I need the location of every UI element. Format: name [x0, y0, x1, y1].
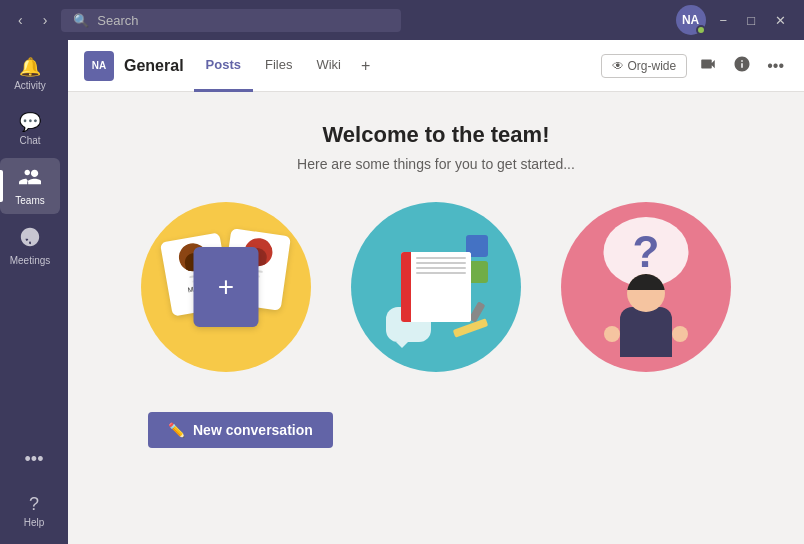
sidebar-item-label: Chat: [19, 135, 40, 146]
titlebar: ‹ › 🔍 NA − □ ✕: [0, 0, 804, 40]
org-wide-button[interactable]: 👁 Org-wide: [601, 54, 688, 78]
search-icon: 🔍: [73, 13, 89, 28]
help-icon: ?: [29, 494, 39, 515]
notebook-line: [416, 272, 466, 274]
channel-badge: NA: [84, 51, 114, 81]
back-button[interactable]: ‹: [12, 10, 29, 30]
sidebar-item-label: Teams: [15, 195, 44, 206]
channel-header: NA General Posts Files Wiki +: [68, 40, 804, 92]
welcome-title: Welcome to the team!: [323, 122, 550, 148]
channel-name: General: [124, 57, 184, 75]
add-tab-button[interactable]: +: [353, 57, 378, 75]
avatar-wrap: NA: [676, 5, 706, 35]
sidebar: 🔔 Activity 💬 Chat Teams: [0, 40, 68, 544]
tab-posts[interactable]: Posts: [194, 40, 253, 92]
notebook-line: [416, 267, 466, 269]
more-options-button[interactable]: •••: [763, 53, 788, 79]
notebook: [401, 252, 471, 322]
new-conversation-button[interactable]: ✏️ New conversation: [148, 412, 333, 448]
person-head: [627, 274, 665, 312]
edit-icon: ✏️: [168, 422, 185, 438]
maximize-button[interactable]: □: [741, 11, 761, 30]
sidebar-item-label: Activity: [14, 80, 46, 91]
illustration-question: ?: [561, 202, 731, 372]
channel-header-right: 👁 Org-wide •••: [601, 51, 789, 81]
avatar-status-badge: [696, 25, 706, 35]
sidebar-item-label: Meetings: [10, 255, 51, 266]
notebook-line: [416, 257, 466, 259]
eye-icon: 👁: [612, 59, 624, 73]
search-input[interactable]: [97, 13, 389, 28]
tab-wiki[interactable]: Wiki: [304, 40, 353, 92]
person-body: [620, 307, 672, 357]
minimize-button[interactable]: −: [714, 11, 734, 30]
forward-button[interactable]: ›: [37, 10, 54, 30]
chat-icon: 💬: [19, 111, 41, 133]
app-body: 🔔 Activity 💬 Chat Teams: [0, 40, 804, 544]
search-bar: 🔍: [61, 9, 401, 32]
question-mark: ?: [633, 227, 660, 277]
hand-left: [604, 326, 620, 342]
teams-icon: [19, 166, 41, 193]
sidebar-item-label: Help: [24, 517, 45, 528]
tab-files[interactable]: Files: [253, 40, 304, 92]
more-options[interactable]: •••: [17, 441, 52, 478]
plus-icon: +: [218, 271, 234, 303]
illustration-people: Marine Ty +: [141, 202, 311, 372]
notebook-line: [416, 262, 466, 264]
meetings-icon: [19, 226, 41, 253]
hand-right: [672, 326, 688, 342]
notebook-page: [411, 252, 471, 322]
illustrations-row: Marine Ty +: [141, 202, 731, 372]
sidebar-item-help[interactable]: ? Help: [4, 486, 64, 536]
channel-tabs: Posts Files Wiki +: [194, 40, 379, 92]
sidebar-item-meetings[interactable]: Meetings: [0, 218, 60, 274]
channel-header-left: NA General Posts Files Wiki +: [84, 40, 378, 92]
notebook-spine: [401, 252, 411, 322]
activity-icon: 🔔: [19, 56, 41, 78]
svg-rect-1: [29, 232, 31, 238]
close-button[interactable]: ✕: [769, 11, 792, 30]
video-call-button[interactable]: [695, 51, 721, 81]
main-content: NA General Posts Files Wiki +: [68, 40, 804, 544]
titlebar-right: NA − □ ✕: [676, 5, 792, 35]
sidebar-item-activity[interactable]: 🔔 Activity: [0, 48, 60, 99]
main-area: Welcome to the team! Here are some thing…: [68, 92, 804, 544]
titlebar-left: ‹ › 🔍: [12, 9, 401, 32]
pink-inner: ?: [586, 217, 706, 357]
info-button[interactable]: [729, 51, 755, 81]
add-person-card: +: [194, 247, 259, 327]
sidebar-item-chat[interactable]: 💬 Chat: [0, 103, 60, 154]
illustration-notebook: [351, 202, 521, 372]
yellow-illustration-inner: Marine Ty +: [166, 227, 286, 347]
welcome-subtitle: Here are some things for you to get star…: [297, 156, 575, 172]
sidebar-item-teams[interactable]: Teams: [0, 158, 60, 214]
teal-illustration-inner: [376, 227, 496, 347]
